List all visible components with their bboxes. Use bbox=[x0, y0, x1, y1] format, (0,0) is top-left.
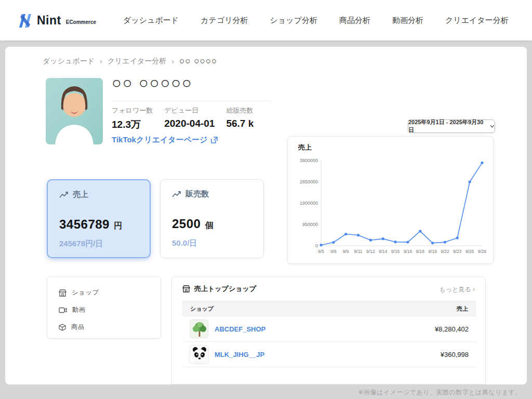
shop-link[interactable]: MLK_JIHG__JP bbox=[215, 351, 264, 358]
metric-sales-label: 売上 bbox=[73, 190, 88, 200]
metric-sales-value: 3456789 bbox=[59, 217, 110, 232]
breadcrumb-creator-analysis[interactable]: クリエイター分析 bbox=[108, 57, 167, 66]
top-shops-header: 売上トップショップ bbox=[182, 284, 256, 294]
metric-units-label: 販売数 bbox=[185, 189, 209, 199]
shop-avatar-tree bbox=[190, 320, 208, 338]
stat-debut-label: デビュー日 bbox=[164, 106, 215, 115]
menu-item-video[interactable]: 動画 bbox=[47, 301, 161, 318]
top-shops-title: 売上トップショップ bbox=[194, 284, 256, 294]
svg-text:9/22: 9/22 bbox=[441, 249, 449, 254]
metric-card-sales[interactable]: 売上 3456789 円 245678円/日 bbox=[47, 179, 151, 258]
trend-up-icon bbox=[59, 191, 69, 198]
top-navigation: Nint ECommerce ダッシュボード カテゴリ分析 ショップ分析 商品分… bbox=[0, 0, 532, 41]
nav-item-dashboard[interactable]: ダッシュボード bbox=[123, 16, 179, 25]
stat-total-sales-count: 総販売数 56.7 k bbox=[226, 106, 254, 131]
metric-units-per-day: 50.0/日 bbox=[172, 238, 252, 248]
svg-text:3800000: 3800000 bbox=[300, 158, 318, 163]
column-shop: ショップ bbox=[190, 305, 385, 313]
see-more-link[interactable]: もっと見る › bbox=[440, 285, 475, 294]
menu-item-video-label: 動画 bbox=[72, 305, 86, 314]
stat-followers-value: 12.3万 bbox=[112, 118, 153, 131]
shop-sales-value: ¥360,998 bbox=[385, 351, 469, 358]
brand-logo[interactable]: Nint ECommerce bbox=[18, 13, 96, 28]
svg-text:950000: 950000 bbox=[302, 222, 318, 227]
entity-menu-card: ショップ 動画 商品 bbox=[47, 276, 161, 339]
nav-item-creator-analysis[interactable]: クリエイター分析 bbox=[445, 16, 509, 25]
content-card: ダッシュボード › クリエイター分析 › ○○ ○○○○ bbox=[5, 47, 527, 384]
chevron-down-icon bbox=[490, 125, 495, 128]
disclaimer-note: ※画像はイメージであり、実際の数字とは異なります。 bbox=[358, 388, 522, 397]
stat-followers-label: フォロワー数 bbox=[112, 106, 153, 115]
svg-text:1900000: 1900000 bbox=[300, 201, 318, 206]
breadcrumb: ダッシュボード › クリエイター分析 › ○○ ○○○○ bbox=[43, 56, 217, 66]
nav-item-category-analysis[interactable]: カテゴリ分析 bbox=[201, 16, 248, 25]
top-shops-card: 売上トップショップ もっと見る › ショップ 売上 bbox=[171, 276, 486, 384]
svg-text:9/15: 9/15 bbox=[391, 249, 400, 254]
tiktok-link-label: TikTokクリエイターページ bbox=[112, 135, 207, 145]
breadcrumb-separator: › bbox=[100, 57, 102, 65]
table-header-row: ショップ 売上 bbox=[182, 301, 476, 316]
breadcrumb-current-creator: ○○ ○○○○ bbox=[179, 56, 217, 66]
svg-text:9/19: 9/19 bbox=[428, 249, 437, 254]
breadcrumb-separator: › bbox=[171, 57, 174, 65]
creator-avatar bbox=[46, 78, 103, 144]
stat-followers: フォロワー数 12.3万 bbox=[112, 106, 153, 131]
svg-text:9/11: 9/11 bbox=[354, 249, 363, 254]
table-row: ABCDEF_SHOP ¥8,280,402 bbox=[182, 316, 476, 342]
nav-item-product-analysis[interactable]: 商品分析 bbox=[339, 16, 370, 25]
shop-avatar-panda bbox=[190, 345, 208, 364]
tiktok-creator-page-link[interactable]: TikTokクリエイターページ bbox=[112, 135, 218, 145]
creator-name: ○○ ○○○○○ bbox=[112, 74, 193, 92]
menu-item-shop-label: ショップ bbox=[72, 288, 99, 297]
shop-sales-value: ¥8,280,402 bbox=[385, 325, 469, 333]
top-shops-table: ショップ 売上 bbox=[182, 301, 476, 367]
column-sales: 売上 bbox=[385, 305, 468, 313]
trend-up-icon bbox=[172, 191, 181, 198]
stat-total-sales-label: 総販売数 bbox=[226, 106, 254, 115]
svg-text:9/26: 9/26 bbox=[478, 249, 487, 254]
metric-sales-per-day: 245678円/日 bbox=[59, 239, 138, 249]
svg-text:9/16: 9/16 bbox=[404, 249, 413, 254]
svg-text:0: 0 bbox=[315, 243, 318, 248]
svg-text:9/25: 9/25 bbox=[466, 249, 474, 254]
page-background: ダッシュボード › クリエイター分析 › ○○ ○○○○ bbox=[0, 41, 532, 399]
menu-item-product[interactable]: 商品 bbox=[47, 318, 161, 336]
storefront-icon bbox=[182, 285, 190, 292]
external-link-icon bbox=[210, 136, 218, 144]
creator-stats: フォロワー数 12.3万 デビュー日 2020-04-01 総販売数 56.7 … bbox=[112, 106, 254, 131]
svg-text:9/14: 9/14 bbox=[379, 249, 388, 254]
svg-text:9/5: 9/5 bbox=[318, 249, 324, 254]
svg-text:9/18: 9/18 bbox=[416, 249, 424, 254]
stat-total-sales-value: 56.7 k bbox=[226, 118, 254, 129]
svg-text:9/23: 9/23 bbox=[453, 249, 462, 254]
date-range-selector[interactable]: 2025年9月1日 - 2025年9月30日 bbox=[408, 119, 495, 133]
menu-item-product-label: 商品 bbox=[71, 323, 85, 331]
stat-debut-value: 2020-04-01 bbox=[164, 118, 215, 129]
chart-title: 売上 bbox=[298, 143, 312, 152]
app-frame: Nint ECommerce ダッシュボード カテゴリ分析 ショップ分析 商品分… bbox=[0, 0, 532, 399]
brand-subtitle: ECommerce bbox=[66, 19, 96, 25]
table-row: MLK_JIHG__JP ¥360,998 bbox=[182, 342, 476, 367]
sales-chart: 09500001900000285000038000009/59/69/99/1… bbox=[292, 153, 490, 260]
nav-item-video-analysis[interactable]: 動画分析 bbox=[392, 16, 423, 25]
sales-chart-card: 売上 09500001900000285000038000009/59/69/9… bbox=[287, 136, 494, 264]
video-camera-icon bbox=[59, 307, 67, 313]
svg-text:2850000: 2850000 bbox=[300, 179, 318, 184]
nav-item-shop-analysis[interactable]: ショップ分析 bbox=[270, 16, 317, 25]
menu-item-shop[interactable]: ショップ bbox=[47, 284, 161, 301]
metric-sales-unit: 円 bbox=[114, 221, 122, 232]
profile-divider bbox=[112, 101, 272, 101]
breadcrumb-dashboard[interactable]: ダッシュボード bbox=[43, 57, 95, 66]
brand-name: Nint bbox=[37, 15, 61, 26]
stat-debut-date: デビュー日 2020-04-01 bbox=[164, 106, 215, 131]
metric-units-unit: 個 bbox=[205, 220, 213, 231]
date-range-value: 2025年9月1日 - 2025年9月30日 bbox=[408, 118, 486, 134]
metric-card-units-sold[interactable]: 販売数 2500 個 50.0/日 bbox=[160, 179, 264, 258]
svg-text:9/6: 9/6 bbox=[330, 249, 337, 254]
package-box-icon bbox=[59, 324, 66, 331]
metric-units-value: 2500 bbox=[172, 217, 201, 231]
storefront-icon bbox=[59, 289, 66, 297]
main-nav: ダッシュボード カテゴリ分析 ショップ分析 商品分析 動画分析 クリエイター分析 bbox=[123, 16, 509, 25]
shop-link[interactable]: ABCDEF_SHOP bbox=[215, 325, 265, 333]
nint-logo-icon bbox=[18, 14, 33, 28]
